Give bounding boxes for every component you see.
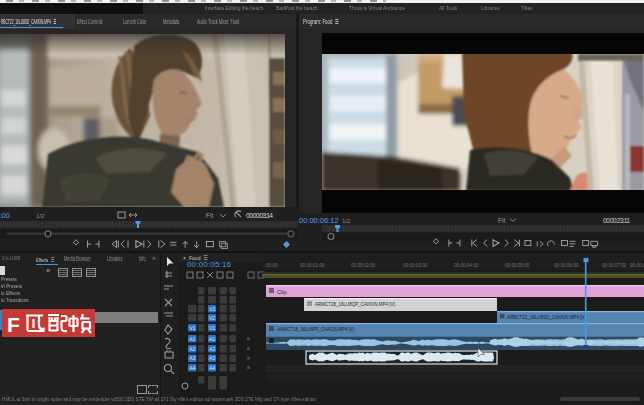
svg-text:AAMCT18_16LV6PF_CHAOS.MP4 [V]: AAMCT18_16LV6PF_CHAOS.MP4 [V] (277, 327, 354, 332)
svg-text:00:00:05:16: 00:00:05:16 (187, 260, 232, 269)
svg-text:00:00:02:00: 00:00:02:00 (351, 263, 376, 268)
svg-text:00:00:08:00: 00:00:08:00 (630, 263, 644, 268)
svg-text:00:00:05:00: 00:00:05:00 (505, 263, 530, 268)
svg-text:00:00:03:14: 00:00:03:14 (246, 212, 273, 219)
svg-text:Fit: Fit (498, 217, 505, 224)
svg-text:00:00:07:00: 00:00:07:00 (602, 263, 627, 268)
svg-text:00:00:06:00: 00:00:06:00 (554, 263, 579, 268)
svg-text:V1: V1 (189, 325, 195, 331)
svg-text:00:00:01:00: 00:00:01:00 (300, 263, 325, 268)
svg-text:00:00:23:11: 00:00:23:11 (603, 217, 630, 224)
svg-text:A1: A1 (209, 336, 215, 342)
svg-text:A3: A3 (189, 355, 195, 361)
svg-text:A4: A4 (209, 365, 215, 371)
svg-text:A2: A2 (189, 346, 195, 352)
svg-text:A2: A2 (209, 346, 215, 352)
svg-text:00:00:06:12: 00:00:06:12 (299, 216, 339, 225)
svg-text:1/2: 1/2 (342, 218, 351, 224)
svg-text:A1: A1 (189, 336, 195, 342)
svg-text:00:00: 00:00 (0, 211, 10, 220)
svg-text:1/2: 1/2 (36, 213, 45, 219)
svg-text:00:00:03:00: 00:00:03:00 (403, 263, 428, 268)
svg-text:ARBCT22_16LU8SD_CAKKIN.MP4 [V]: ARBCT22_16LU8SD_CAKKIN.MP4 [V] (507, 315, 586, 320)
svg-text:V3: V3 (209, 306, 215, 312)
svg-text:V2: V2 (209, 315, 215, 321)
svg-text:00:00: 00:00 (266, 263, 278, 268)
svg-text:ARMCT28_16LU8QP_CAKKIN.MP4 [V]: ARMCT28_16LU8QP_CAKKIN.MP4 [V] (315, 302, 395, 307)
svg-text:00:00:04:00: 00:00:04:00 (454, 263, 479, 268)
svg-text:A4: A4 (189, 365, 195, 371)
svg-text:V1: V1 (209, 325, 215, 331)
svg-text:A3: A3 (209, 355, 215, 361)
svg-text:Clip: Clip (277, 289, 286, 295)
svg-text:Fit: Fit (206, 212, 213, 219)
svg-text:F: F (7, 313, 20, 336)
